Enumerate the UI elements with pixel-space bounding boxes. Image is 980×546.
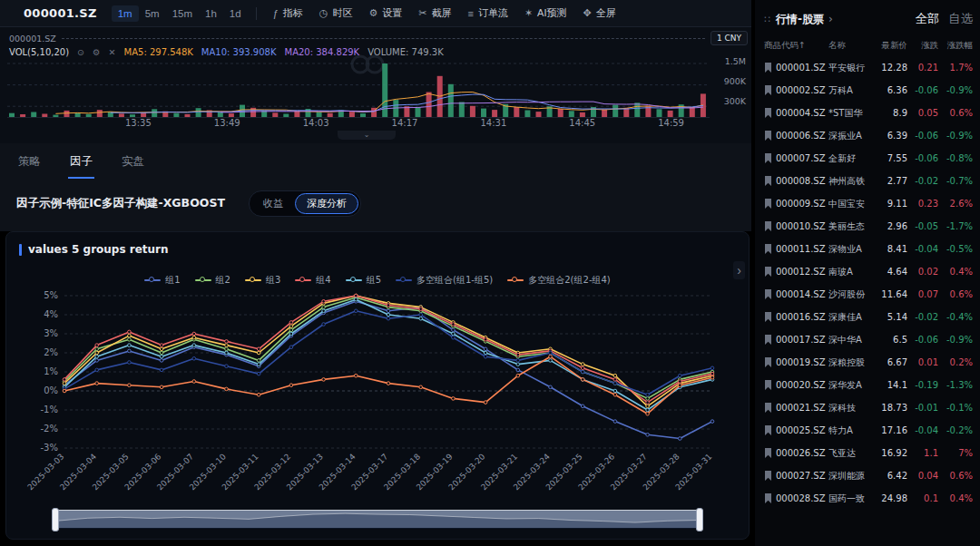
bookmark-icon[interactable] [764, 312, 776, 322]
toggle-deep-analysis[interactable]: 深度分析 [295, 193, 358, 214]
filter-all[interactable]: 全部 [916, 11, 940, 27]
table-row[interactable]: 000007.SZ 全新好 7.55 -0.06 -0.8% [764, 147, 973, 170]
toolbar-button[interactable]: ✂ 截屏 [410, 4, 459, 23]
trading-workspace: 000001.SZ 1m 5m 15m 1h 1d ƒ 指标 ◷ 时区 ⚙ 设置… [0, 0, 980, 546]
legend-item[interactable]: 组3 [245, 274, 280, 287]
bookmark-icon[interactable] [764, 244, 776, 254]
table-row[interactable]: 000001.SZ 平安银行 12.28 0.21 1.7% [764, 56, 973, 79]
legend-item[interactable]: 多空组合(组1-组5) [396, 274, 493, 287]
bookmark-icon[interactable] [764, 221, 776, 231]
groups-return-chart[interactable]: 5%4%3%2%1%0%-1%-2%-3%2025-03-032025-03-0… [23, 290, 734, 506]
table-row[interactable]: 000012.SZ 南玻A 4.64 0.02 0.4% [764, 260, 973, 283]
tab-factor[interactable]: 因子 [68, 152, 94, 179]
table-row[interactable]: 000021.SZ 深科技 18.73 -0.01 -0.1% [764, 396, 973, 419]
tab-strategy[interactable]: 策略 [16, 152, 43, 179]
bookmark-icon[interactable] [764, 403, 776, 413]
bookmark-icon[interactable] [764, 448, 776, 458]
bookmark-icon[interactable] [764, 357, 776, 367]
toolbar-button[interactable]: ƒ 指标 [265, 4, 311, 23]
toolbar-button[interactable]: ⚙ 设置 [360, 4, 410, 23]
table-row[interactable]: 000002.SZ 万科A 6.36 -0.06 -0.9% [764, 79, 973, 102]
timeframe-1d[interactable]: 1d [223, 5, 248, 22]
bookmark-icon[interactable] [764, 153, 776, 163]
bookmark-icon[interactable] [764, 199, 776, 209]
table-row[interactable]: 000016.SZ 深康佳A 5.14 -0.02 -0.4% [764, 306, 973, 328]
table-row[interactable]: 000019.SZ 深粮控股 6.67 0.01 0.2% [764, 351, 973, 374]
view-toggle: 收益 深度分析 [249, 190, 361, 217]
table-row[interactable]: 000027.SZ 深圳能源 6.42 0.04 0.6% [764, 464, 973, 487]
timeframe-15m[interactable]: 15m [166, 5, 199, 22]
table-row[interactable]: 000014.SZ 沙河股份 11.64 0.07 0.6% [764, 283, 973, 306]
bookmark-icon[interactable] [764, 471, 776, 481]
bookmark-icon[interactable] [764, 176, 776, 186]
bookmark-icon[interactable] [764, 85, 776, 95]
filter-watchlist[interactable]: 自选 [948, 11, 973, 27]
toggle-returns[interactable]: 收益 [251, 193, 295, 214]
legend-item[interactable]: 组2 [195, 274, 230, 287]
svg-text:0%: 0% [44, 385, 58, 395]
timeframe-5m[interactable]: 5m [139, 5, 166, 22]
stock-change-pct: 0.4% [938, 267, 973, 277]
col-change-pct[interactable]: 涨跌幅 [938, 40, 973, 52]
table-row[interactable]: 000028.SZ 国药一致 24.98 0.1 0.4% [764, 487, 973, 510]
bookmark-icon[interactable] [764, 380, 776, 390]
toolbar-button[interactable]: ✶ AI预测 [516, 4, 575, 23]
price-dashed-line [62, 38, 705, 39]
bookmark-icon[interactable] [764, 335, 776, 345]
table-row[interactable]: 000025.SZ 特力A 17.16 -0.04 -0.2% [764, 419, 973, 442]
table-row[interactable]: 000011.SZ 深物业A 8.41 -0.04 -0.5% [764, 238, 973, 260]
col-price[interactable]: 最新价 [871, 40, 907, 52]
datazoom-slider[interactable] [55, 510, 700, 528]
table-header: 商品代码↑ 名称 最新价 涨跌 涨跌幅 [764, 40, 973, 52]
table-row[interactable]: 000009.SZ 中国宝安 9.11 0.23 2.6% [764, 192, 973, 215]
stock-change-pct: 0.6% [938, 108, 973, 118]
table-row[interactable]: 000020.SZ 深华发A 14.1 -0.19 -1.3% [764, 374, 973, 396]
stock-change-pct: -0.2% [938, 425, 973, 435]
collapse-pane-button[interactable]: ⌄ [338, 131, 396, 140]
datazoom-handle-left[interactable] [52, 508, 59, 531]
tab-live[interactable]: 实盘 [120, 152, 146, 179]
col-code[interactable]: 商品代码↑ [764, 40, 828, 52]
stock-code: 000020.SZ [776, 380, 828, 390]
table-row[interactable]: 000026.SZ 飞亚达 16.92 1.1 7% [764, 442, 973, 464]
col-name[interactable]: 名称 [828, 40, 871, 52]
bookmark-icon[interactable] [764, 108, 776, 118]
stock-code: 000001.SZ [776, 63, 828, 73]
toolbar-button[interactable]: ✥ 全屏 [575, 4, 624, 23]
bookmark-icon[interactable] [764, 63, 776, 73]
vol-axis-tick-3: 300K [724, 96, 746, 106]
table-row[interactable]: 000006.SZ 深振业A 6.39 -0.06 -0.9% [764, 124, 973, 147]
table-row[interactable]: 000017.SZ 深中华A 6.5 -0.06 -0.9% [764, 328, 973, 351]
toolbar-button[interactable]: ◷ 时区 [311, 4, 361, 23]
expand-panel-button[interactable]: › [733, 261, 745, 279]
timeframe-1h[interactable]: 1h [199, 5, 223, 22]
datazoom-handle-right[interactable] [696, 508, 703, 531]
svg-text:-2%: -2% [41, 424, 58, 434]
timeframe-1m[interactable]: 1m [112, 5, 139, 22]
gear-icon[interactable]: ⚙ [93, 47, 101, 57]
factor-title: 因子示例-特征IC多因子构建-XGBOOST [16, 196, 225, 211]
col-change[interactable]: 涨跌 [907, 40, 938, 52]
table-row[interactable]: 000010.SZ 美丽生态 2.96 -0.05 -1.7% [764, 215, 973, 238]
bookmark-icon[interactable] [764, 131, 776, 141]
legend-item[interactable]: 组5 [346, 274, 381, 287]
legend-item[interactable]: 组1 [144, 274, 180, 287]
bookmark-icon[interactable] [764, 289, 776, 299]
chevron-right-icon[interactable]: › [828, 13, 833, 25]
currency-badge[interactable]: 1 CNY [710, 31, 748, 45]
table-row[interactable]: 000008.SZ 神州高铁 2.77 -0.02 -0.7% [764, 170, 973, 192]
bookmark-icon[interactable] [764, 267, 776, 277]
bookmark-icon[interactable] [764, 493, 776, 503]
bookmark-icon[interactable] [764, 425, 776, 435]
stock-code: 000021.SZ [776, 403, 828, 413]
legend-item[interactable]: 组4 [295, 274, 330, 287]
stock-change-pct: 0.6% [938, 289, 973, 299]
table-row[interactable]: 000004.SZ *ST国华 8.9 0.05 0.6% [764, 102, 973, 124]
visibility-icon[interactable]: ⊙ [77, 47, 84, 57]
close-icon[interactable]: ✕ [109, 47, 116, 57]
drag-grip-icon[interactable]: ∷ [764, 14, 770, 25]
stock-change: -0.04 [907, 244, 938, 254]
legend-item[interactable]: 多空组合2(组2-组4) [507, 274, 611, 287]
volume-chart[interactable] [7, 62, 710, 118]
toolbar-button[interactable]: ≡ 订单流 [459, 4, 515, 23]
